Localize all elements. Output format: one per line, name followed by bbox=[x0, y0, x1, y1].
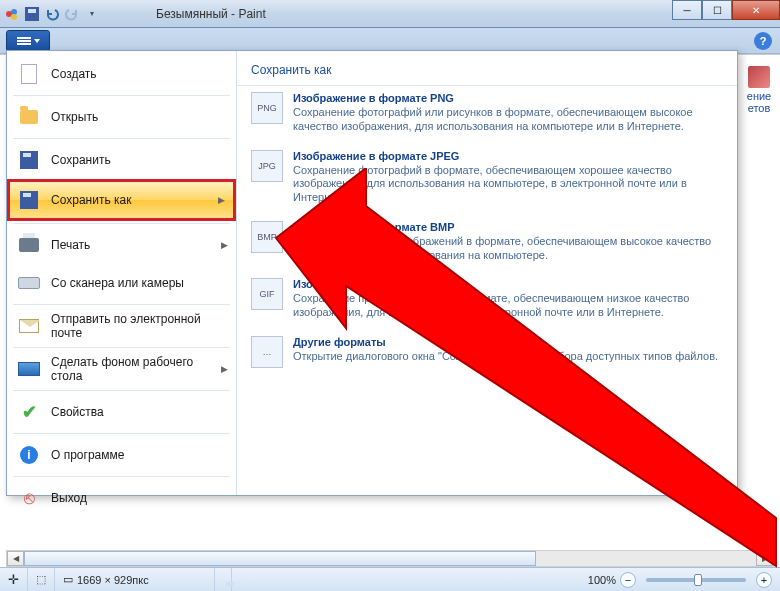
menu-item-label: Сохранить как bbox=[51, 193, 131, 207]
maximize-button[interactable]: ☐ bbox=[702, 0, 732, 20]
svg-point-2 bbox=[11, 14, 17, 20]
scroll-left-button[interactable]: ◀ bbox=[7, 551, 24, 566]
menu-item-send-email[interactable]: Отправить по электронной почте bbox=[7, 307, 236, 345]
checkmark-icon: ✔ bbox=[17, 400, 41, 424]
help-button[interactable]: ? bbox=[754, 32, 772, 50]
canvas-size-label: 1669 × 929пкс bbox=[77, 574, 149, 586]
qat-dropdown-icon[interactable]: ▾ bbox=[84, 6, 100, 22]
submenu-item-desc: Сохранение простых рисунков в формате, о… bbox=[293, 292, 723, 320]
submenu-item-desc: Открытие диалогового окна "Сохранить как… bbox=[293, 350, 718, 364]
canvas-size-icon: ▭ bbox=[63, 573, 73, 586]
zoom-slider[interactable] bbox=[646, 578, 746, 582]
exit-icon: ⎋ bbox=[17, 486, 41, 510]
menu-item-label: Свойства bbox=[51, 405, 104, 419]
scroll-right-button[interactable]: ▶ bbox=[756, 551, 773, 566]
submenu-item-title: Изображение в формате BMP bbox=[293, 221, 723, 233]
redo-icon[interactable] bbox=[64, 6, 80, 22]
desktop-icon bbox=[17, 357, 41, 381]
submenu-item-desc: Сохранение любых изображений в формате, … bbox=[293, 235, 723, 263]
horizontal-scrollbar[interactable]: ◀ ▶ bbox=[6, 550, 774, 567]
menu-item-exit[interactable]: ⎋ Выход bbox=[7, 479, 236, 517]
bmp-format-icon: BMP bbox=[251, 221, 283, 253]
gif-format-icon: GIF bbox=[251, 278, 283, 310]
submenu-item-png[interactable]: PNG Изображение в формате PNG Сохранение… bbox=[237, 86, 737, 144]
menu-item-about[interactable]: i О программе bbox=[7, 436, 236, 474]
menu-item-label: Открыть bbox=[51, 110, 98, 124]
submenu-item-title: Другие форматы bbox=[293, 336, 718, 348]
menu-item-open[interactable]: Открыть bbox=[7, 98, 236, 136]
scroll-thumb[interactable] bbox=[24, 551, 536, 566]
menu-separator bbox=[13, 347, 230, 348]
menu-item-label: Сохранить bbox=[51, 153, 111, 167]
zoom-percent-label: 100% bbox=[588, 574, 616, 586]
jpeg-format-icon: JPG bbox=[251, 150, 283, 182]
save-icon[interactable] bbox=[24, 6, 40, 22]
menu-separator bbox=[13, 390, 230, 391]
close-button[interactable]: ✕ bbox=[732, 0, 780, 20]
edit-colors-icon[interactable] bbox=[748, 66, 770, 88]
menu-item-save-as[interactable]: Сохранить как ▶ bbox=[7, 179, 236, 221]
menu-separator bbox=[13, 304, 230, 305]
menu-separator bbox=[13, 476, 230, 477]
open-folder-icon bbox=[17, 105, 41, 129]
window-controls: ─ ☐ ✕ bbox=[672, 0, 780, 20]
menu-separator bbox=[13, 95, 230, 96]
submenu-item-desc: Сохранение фотографий или рисунков в фор… bbox=[293, 106, 723, 134]
file-menu-panel: Создать Открыть Сохранить Сохранить как … bbox=[6, 50, 738, 496]
window-title: Безымянный - Paint bbox=[156, 7, 266, 21]
png-format-icon: PNG bbox=[251, 92, 283, 124]
selection-size-cell: ⬚ bbox=[28, 568, 55, 591]
menu-item-label: Сделать фоном рабочего стола bbox=[51, 355, 226, 383]
save-as-icon bbox=[17, 188, 41, 212]
save-as-submenu: Сохранить как PNG Изображение в формате … bbox=[237, 51, 737, 495]
scroll-track[interactable] bbox=[24, 551, 756, 566]
submenu-arrow-icon: ▶ bbox=[221, 364, 228, 374]
printer-icon bbox=[17, 233, 41, 257]
menu-item-set-wallpaper[interactable]: Сделать фоном рабочего стола ▶ bbox=[7, 350, 236, 388]
cursor-coords-cell: ✛ bbox=[0, 568, 28, 591]
zoom-slider-knob[interactable] bbox=[694, 574, 702, 586]
minimize-button[interactable]: ─ bbox=[672, 0, 702, 20]
menu-item-new[interactable]: Создать bbox=[7, 55, 236, 93]
submenu-item-gif[interactable]: GIF Изображение в формате GIF Сохранение… bbox=[237, 272, 737, 330]
zoom-controls: 100% − + bbox=[580, 568, 780, 591]
undo-icon[interactable] bbox=[44, 6, 60, 22]
submenu-item-title: Изображение в формате GIF bbox=[293, 278, 723, 290]
menu-item-label: Со сканера или камеры bbox=[51, 276, 184, 290]
zoom-in-button[interactable]: + bbox=[756, 572, 772, 588]
submenu-item-other[interactable]: … Другие форматы Открытие диалогового ок… bbox=[237, 330, 737, 378]
file-size-cell bbox=[215, 568, 232, 591]
new-file-icon bbox=[17, 62, 41, 86]
paint-app-icon bbox=[4, 6, 20, 22]
submenu-arrow-icon: ▶ bbox=[218, 195, 225, 205]
menu-item-label: Выход bbox=[51, 491, 87, 505]
menu-item-print[interactable]: Печать ▶ bbox=[7, 226, 236, 264]
save-floppy-icon bbox=[17, 148, 41, 172]
menu-separator bbox=[13, 433, 230, 434]
submenu-title: Сохранить как bbox=[237, 57, 737, 86]
quick-access-toolbar: ▾ bbox=[4, 6, 100, 22]
menu-item-scanner[interactable]: Со сканера или камеры bbox=[7, 264, 236, 302]
crosshair-icon: ✛ bbox=[8, 572, 19, 587]
canvas-size-cell: ▭ 1669 × 929пкс bbox=[55, 568, 215, 591]
menu-item-label: Печать bbox=[51, 238, 90, 252]
menu-separator bbox=[13, 223, 230, 224]
menu-item-properties[interactable]: ✔ Свойства bbox=[7, 393, 236, 431]
ribbon-clipped-group: ение етов bbox=[746, 66, 772, 114]
file-menu-button[interactable] bbox=[6, 30, 50, 52]
submenu-item-title: Изображение в формате PNG bbox=[293, 92, 723, 104]
menu-item-label: Отправить по электронной почте bbox=[51, 312, 226, 340]
submenu-item-title: Изображение в формате JPEG bbox=[293, 150, 723, 162]
submenu-arrow-icon: ▶ bbox=[221, 240, 228, 250]
mail-icon bbox=[17, 314, 41, 338]
submenu-item-bmp[interactable]: BMP Изображение в формате BMP Сохранение… bbox=[237, 215, 737, 273]
zoom-out-button[interactable]: − bbox=[620, 572, 636, 588]
info-icon: i bbox=[17, 443, 41, 467]
file-menu-left-column: Создать Открыть Сохранить Сохранить как … bbox=[7, 51, 237, 495]
menu-item-save[interactable]: Сохранить bbox=[7, 141, 236, 179]
menu-item-label: О программе bbox=[51, 448, 124, 462]
submenu-item-jpeg[interactable]: JPG Изображение в формате JPEG Сохранени… bbox=[237, 144, 737, 215]
submenu-item-desc: Сохранение фотографий в формате, обеспеч… bbox=[293, 164, 723, 205]
status-bar: ✛ ⬚ ▭ 1669 × 929пкс 100% − + bbox=[0, 567, 780, 591]
scanner-icon bbox=[17, 271, 41, 295]
